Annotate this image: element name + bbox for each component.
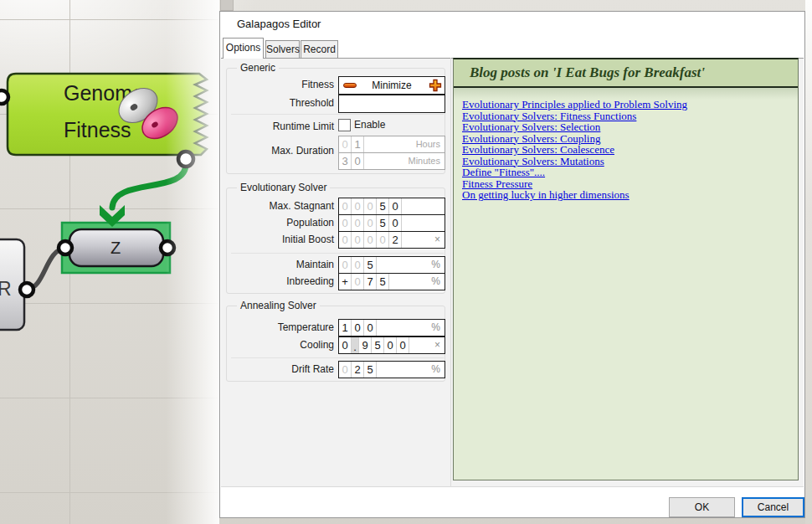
drift-rate-field[interactable]: 0 2 5 % [338, 361, 445, 378]
z-component[interactable]: Z [62, 223, 170, 273]
annealing-group-title: Annealing Solver [237, 300, 320, 311]
plus-icon[interactable] [429, 79, 442, 92]
r-component-label: R [0, 278, 12, 300]
separator [231, 357, 444, 358]
percent-suffix: % [431, 320, 440, 336]
blog-link[interactable]: Evolutionary Solvers: Selection [462, 121, 791, 133]
percent-suffix: % [431, 257, 440, 273]
fitness-param-label: Fitness [64, 118, 131, 141]
z-component-label: Z [110, 239, 121, 257]
r-output-connector[interactable] [20, 283, 33, 296]
initial-boost-field[interactable]: 0 0 0 0 2 × [338, 231, 445, 249]
times-suffix: × [434, 232, 440, 248]
separator [231, 114, 444, 115]
blog-link-list: Evolutionary Principles applied to Probl… [454, 88, 798, 201]
population-label: Population [220, 217, 334, 229]
percent-suffix: % [431, 274, 440, 290]
maintain-field[interactable]: 0 0 5 % [338, 256, 445, 274]
generic-group-title: Generic [237, 62, 279, 74]
percent-suffix: % [431, 362, 440, 378]
cooling-label: Cooling [220, 339, 334, 351]
enable-checkbox-label: Enable [354, 119, 385, 131]
canvas-fade [166, 0, 219, 524]
galapagos-editor-dialog: Galapagos Editor Options Solvers Record … [219, 11, 805, 518]
threshold-input[interactable] [338, 95, 445, 113]
minutes-field: 3 0 Minutes [338, 152, 445, 170]
maintain-label: Maintain [220, 259, 334, 270]
ok-button[interactable]: OK [669, 497, 735, 517]
runtime-limit-label: Runtime Limit [220, 121, 334, 132]
cancel-button[interactable]: Cancel [742, 497, 804, 517]
minutes-suffix: Minutes [408, 153, 440, 169]
z-input-connector[interactable] [59, 241, 72, 254]
genome-input-connector[interactable] [0, 90, 8, 104]
decimal-separator-cell[interactable]: . [352, 337, 359, 353]
canvas-widget-fragment [220, 0, 234, 11]
blog-link[interactable]: Define "Fitness".... [462, 167, 791, 178]
blog-link[interactable]: Evolutionary Solvers: Mutations [462, 156, 791, 167]
canvas-right-strip [805, 0, 812, 524]
drift-rate-label: Drift Rate [220, 363, 334, 375]
dialog-title: Galapagos Editor [237, 18, 321, 30]
evolutionary-group-title: Evolutionary Solver [237, 182, 330, 193]
fitness-selector[interactable]: Minimize [338, 76, 445, 95]
blog-panel-header: Blog posts on 'I Eat Bugs for Breakfast' [454, 59, 798, 88]
blog-link[interactable]: Evolutionary Principles applied to Probl… [462, 99, 791, 110]
tab-solvers[interactable]: Solvers [265, 40, 300, 59]
temperature-field[interactable]: 1 0 0 % [338, 319, 445, 336]
population-field[interactable]: 0 0 0 5 0 [338, 214, 445, 232]
threshold-label: Threshold [220, 97, 334, 109]
max-stagnant-field[interactable]: 0 0 0 5 0 [338, 198, 445, 215]
inbreeding-label: Inbreeding [220, 275, 334, 287]
tab-options[interactable]: Options [223, 38, 264, 59]
tab-record[interactable]: Record [301, 40, 338, 59]
initial-boost-label: Initial Boost [220, 234, 334, 245]
blog-link[interactable]: Evolutionary Solvers: Fitness Functions [462, 110, 791, 122]
separator [231, 253, 444, 254]
blog-link[interactable]: On getting lucky in higher dimensions [462, 189, 791, 201]
temperature-label: Temperature [220, 321, 334, 333]
hours-field: 0 1 Hours [338, 136, 445, 153]
max-stagnant-label: Max. Stagnant [220, 200, 334, 212]
enable-checkbox[interactable] [338, 119, 351, 131]
fitness-label: Fitness [220, 79, 334, 90]
hours-suffix: Hours [416, 136, 440, 152]
blog-link[interactable]: Evolutionary Solvers: Coupling [462, 133, 791, 145]
max-duration-label: Max. Duration [220, 145, 334, 157]
blog-heading: Blog posts on 'I Eat Bugs for Breakfast' [470, 64, 705, 81]
times-suffix: × [434, 337, 440, 353]
blog-link[interactable]: Evolutionary Solvers: Coalescence [462, 144, 791, 156]
inbreeding-field[interactable]: + 0 7 5 % [338, 273, 445, 290]
cooling-field[interactable]: 0 . 9 5 0 0 × [338, 336, 445, 354]
blog-link[interactable]: Fitness Pressure [462, 178, 791, 190]
column-divider [450, 58, 451, 487]
blog-panel: Blog posts on 'I Eat Bugs for Breakfast'… [453, 58, 799, 480]
